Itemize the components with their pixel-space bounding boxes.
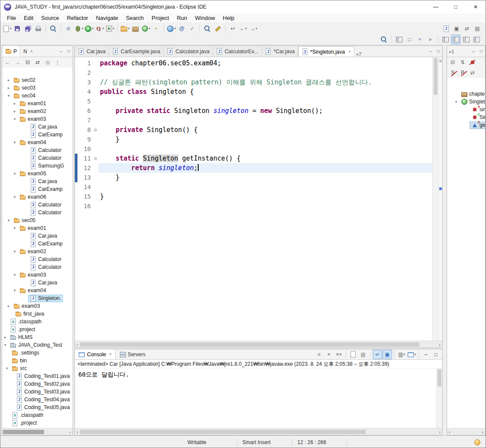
minimize-view-button[interactable]: – bbox=[57, 49, 65, 54]
expand-arrow-icon[interactable]: ▸ bbox=[12, 109, 18, 113]
tree-item[interactable]: Calculator bbox=[2, 146, 73, 154]
menu-run[interactable]: Run bbox=[173, 13, 191, 23]
tree-item[interactable]: Car.java bbox=[2, 279, 73, 287]
tree-item[interactable]: ▸exam03 bbox=[2, 302, 73, 310]
tree-item[interactable]: ▾exam01 bbox=[2, 224, 73, 232]
expand-arrow-icon[interactable]: ▾ bbox=[12, 249, 18, 254]
debug-icon[interactable]: ▾ bbox=[74, 24, 84, 33]
tree-item[interactable]: ▾src bbox=[2, 364, 73, 372]
expand-arrow-icon[interactable]: ▾ bbox=[12, 117, 18, 121]
collapse-all-icon[interactable]: ⊟ bbox=[23, 58, 32, 67]
tree-item[interactable]: Calculator bbox=[2, 209, 73, 216]
hide-static-members-icon[interactable]: S bbox=[448, 68, 457, 77]
expand-arrow-icon[interactable]: ▾ bbox=[12, 171, 18, 176]
show-source-menu-icon[interactable] bbox=[441, 24, 451, 33]
minimize-view-button[interactable]: – bbox=[470, 49, 477, 54]
tree-item[interactable]: ▾exam02 bbox=[2, 248, 73, 255]
code-line[interactable]: 4public class Singleton { bbox=[75, 87, 432, 97]
editor-tab[interactable]: CarExample.java bbox=[109, 46, 164, 57]
scrollbar-thumb[interactable] bbox=[80, 342, 419, 347]
new-java-project-icon[interactable]: ▾ bbox=[120, 24, 130, 33]
new-wizard-icon[interactable]: ▾ bbox=[2, 24, 12, 33]
tree-item[interactable]: first_java bbox=[2, 310, 73, 318]
expand-arrow-icon[interactable]: ▾ bbox=[12, 140, 18, 145]
menu-search[interactable]: Search bbox=[122, 13, 148, 23]
tree-item[interactable]: ▾sec05 bbox=[2, 216, 73, 224]
new-task-icon[interactable]: ✓ bbox=[187, 24, 197, 33]
minimize-editor-button[interactable]: – bbox=[427, 49, 435, 54]
close-window-button[interactable]: ✕ bbox=[466, 0, 486, 13]
expand-arrow-icon[interactable]: ▸ bbox=[6, 304, 12, 308]
profile-icon[interactable]: Q▾ bbox=[95, 24, 104, 33]
tree-item[interactable]: .project bbox=[2, 419, 73, 427]
new-class-icon[interactable]: ▾ bbox=[141, 24, 151, 33]
collapse-all-icon[interactable]: ⊟ bbox=[448, 58, 457, 67]
open-type-icon[interactable] bbox=[48, 24, 58, 33]
scroll-right-arrow[interactable]: › bbox=[437, 342, 442, 347]
save-icon[interactable] bbox=[13, 24, 22, 33]
tree-item[interactable]: Car.java bbox=[2, 232, 73, 240]
expand-arrow-icon[interactable]: ▾ bbox=[12, 226, 18, 230]
expand-arrow-icon[interactable]: ▸ bbox=[6, 78, 12, 82]
toggle-mark-occurrences-icon[interactable] bbox=[213, 24, 222, 33]
tree-item[interactable]: ▸HLMS bbox=[2, 333, 73, 341]
tree-item[interactable]: CarExamp bbox=[2, 185, 73, 193]
code-line[interactable]: 1package chapter06.sec05.exam04; bbox=[75, 58, 432, 68]
scroll-right-arrow[interactable]: › bbox=[437, 429, 442, 435]
console-vertical-scrollbar[interactable] bbox=[436, 368, 442, 428]
view-tab-overflow[interactable]: »1 bbox=[447, 49, 456, 54]
menu-help[interactable]: Help bbox=[219, 13, 238, 23]
open-console-icon[interactable]: ▾ bbox=[407, 350, 416, 359]
tree-item[interactable]: ▾exam04 bbox=[2, 287, 73, 294]
link-with-editor-icon[interactable]: ⇄ bbox=[462, 24, 472, 33]
tree-item[interactable]: .project bbox=[2, 326, 73, 333]
tree-item[interactable]: Calculator bbox=[2, 263, 73, 271]
code-line[interactable]: 5 bbox=[75, 97, 432, 106]
code-line[interactable]: 2 bbox=[75, 68, 432, 77]
git-perspective-icon[interactable] bbox=[472, 35, 481, 44]
link-with-editor-icon[interactable]: ⇄ bbox=[33, 58, 42, 67]
tree-item[interactable]: Car.java bbox=[2, 123, 73, 131]
maximize-view-button[interactable]: □ bbox=[65, 49, 73, 54]
open-perspective-icon[interactable] bbox=[394, 35, 404, 44]
expand-arrow-icon[interactable]: ▾ bbox=[6, 218, 12, 222]
tab-console[interactable]: Console × bbox=[75, 349, 116, 359]
scrollbar-thumb[interactable] bbox=[434, 58, 438, 95]
back-icon[interactable]: ←▾ bbox=[238, 24, 248, 33]
menu-navigate[interactable]: Navigate bbox=[92, 13, 122, 23]
code-line[interactable]: 15} bbox=[75, 192, 432, 201]
restore-views-icon[interactable]: □ bbox=[405, 35, 414, 44]
menu-window[interactable]: Window bbox=[191, 13, 219, 23]
editor-tab[interactable]: *Car.java bbox=[262, 46, 298, 57]
scroll-right-arrow[interactable]: › bbox=[68, 429, 73, 435]
expand-arrow-icon[interactable]: ▾ bbox=[6, 93, 12, 98]
scroll-left-arrow[interactable]: ‹ bbox=[75, 429, 80, 435]
scrollbar-thumb[interactable] bbox=[80, 430, 366, 434]
code-line[interactable]: 13 } bbox=[75, 173, 432, 182]
tree-item[interactable]: ▾sec04 bbox=[2, 92, 73, 100]
link-with-editor-icon[interactable]: ⇄ bbox=[468, 68, 477, 77]
menu-file[interactable]: File bbox=[3, 13, 20, 23]
save-all-icon[interactable] bbox=[23, 24, 32, 33]
notification-icon[interactable] bbox=[474, 439, 480, 445]
menu-edit[interactable]: Edit bbox=[20, 13, 37, 23]
maximize-view-button[interactable]: □ bbox=[477, 49, 485, 54]
tree-item[interactable]: ▾exam06 bbox=[2, 193, 73, 201]
tree-item[interactable]: Coding_Test02.java bbox=[2, 380, 73, 388]
java-ee-perspective-icon[interactable] bbox=[441, 35, 450, 44]
tree-horizontal-scrollbar[interactable]: › bbox=[2, 428, 73, 435]
tree-item[interactable]: Calculator bbox=[2, 255, 73, 263]
java-perspective-icon[interactable] bbox=[451, 35, 460, 44]
print-icon[interactable] bbox=[33, 24, 43, 33]
editor-presentation-icon[interactable]: + bbox=[415, 35, 425, 44]
display-selected-console-icon[interactable]: ▥▾ bbox=[397, 350, 406, 359]
expand-arrow-icon[interactable]: ▾ bbox=[12, 273, 18, 277]
forward-icon[interactable]: →▾ bbox=[249, 24, 258, 33]
tree-item[interactable]: CarExamp bbox=[2, 240, 73, 248]
code-line[interactable]: 8⊖ private Singleton() { bbox=[75, 125, 432, 135]
external-tools-icon[interactable]: ▾ bbox=[105, 24, 115, 33]
tree-item[interactable]: Coding_Test01.java bbox=[2, 372, 73, 380]
last-edit-location-icon[interactable]: ↩ bbox=[228, 24, 238, 33]
editor-tab[interactable]: *Singleton.java× bbox=[298, 46, 354, 57]
code-area[interactable]: 1package chapter06.sec05.exam04;23// 싱글톤… bbox=[75, 57, 432, 341]
